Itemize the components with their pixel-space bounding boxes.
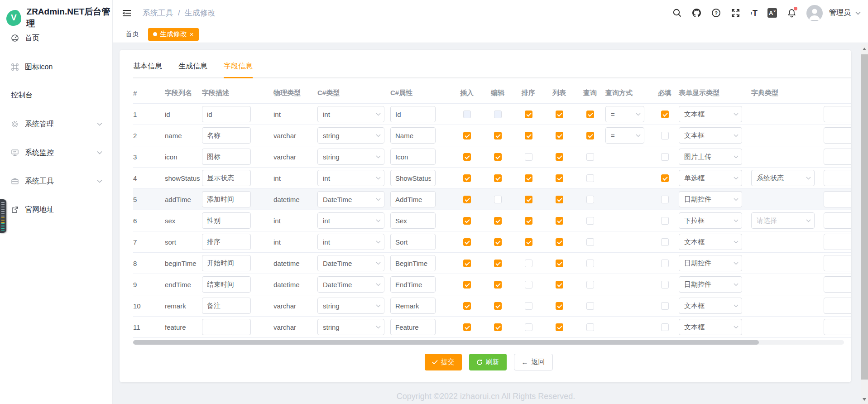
checkbox-sort[interactable] bbox=[525, 111, 532, 118]
cs-property-input[interactable] bbox=[390, 298, 436, 314]
checkbox-edit[interactable] bbox=[494, 323, 502, 331]
cs-type-select[interactable]: int bbox=[317, 170, 384, 186]
checkbox-required[interactable] bbox=[661, 111, 669, 118]
cs-property-input[interactable] bbox=[390, 106, 436, 122]
horizontal-scrollbar-thumb[interactable] bbox=[133, 340, 759, 345]
cs-type-select[interactable]: int bbox=[317, 212, 384, 229]
sidebar-item-system-management[interactable]: 系统管理 bbox=[0, 115, 112, 133]
display-type-select[interactable]: 文本框 bbox=[679, 127, 742, 144]
tab-home[interactable]: 首页 bbox=[125, 30, 139, 38]
checkbox-sort[interactable] bbox=[525, 196, 532, 203]
checkbox-edit[interactable] bbox=[494, 238, 502, 246]
checkbox-sort[interactable] bbox=[525, 238, 532, 246]
checkbox-insert[interactable] bbox=[463, 111, 471, 118]
checkbox-required[interactable] bbox=[661, 217, 669, 225]
checkbox-list[interactable] bbox=[556, 196, 563, 203]
checkbox-list[interactable] bbox=[556, 153, 563, 161]
close-tab-icon[interactable]: × bbox=[190, 31, 194, 38]
column-desc-input[interactable] bbox=[202, 255, 251, 271]
extra-input[interactable] bbox=[824, 106, 851, 122]
checkbox-required[interactable] bbox=[661, 302, 669, 310]
dict-type-select[interactable]: 系统状态 bbox=[751, 170, 815, 186]
breadcrumb-parent[interactable]: 系统工具 bbox=[143, 8, 173, 18]
checkbox-edit[interactable] bbox=[494, 111, 502, 118]
checkbox-required[interactable] bbox=[661, 238, 669, 246]
extra-input[interactable] bbox=[824, 298, 851, 314]
checkbox-sort[interactable] bbox=[525, 174, 532, 182]
column-desc-input[interactable] bbox=[202, 127, 251, 144]
checkbox-query[interactable] bbox=[586, 302, 594, 310]
checkbox-required[interactable] bbox=[661, 153, 669, 161]
checkbox-insert[interactable] bbox=[463, 132, 471, 139]
checkbox-insert[interactable] bbox=[463, 217, 471, 225]
sidebar-item-icons[interactable]: 图标icon bbox=[0, 58, 112, 76]
cs-type-select[interactable]: DateTime bbox=[317, 276, 384, 293]
tab-generate-info[interactable]: 生成信息 bbox=[178, 62, 207, 77]
checkbox-list[interactable] bbox=[556, 217, 563, 225]
sidebar-item-console[interactable]: 控制台 bbox=[0, 86, 112, 104]
vertical-scrollbar[interactable] bbox=[861, 44, 868, 404]
checkbox-insert[interactable] bbox=[463, 260, 471, 267]
checkbox-list[interactable] bbox=[556, 260, 563, 267]
checkbox-edit[interactable] bbox=[494, 153, 502, 161]
checkbox-query[interactable] bbox=[586, 281, 594, 289]
back-button[interactable]: ← 返回 bbox=[514, 354, 553, 370]
checkbox-edit[interactable] bbox=[494, 260, 502, 267]
checkbox-sort[interactable] bbox=[525, 302, 532, 310]
font-size-icon[interactable]: тT bbox=[750, 9, 758, 17]
checkbox-list[interactable] bbox=[556, 238, 563, 246]
checkbox-insert[interactable] bbox=[463, 281, 471, 289]
cs-property-input[interactable] bbox=[390, 319, 436, 335]
collapse-menu-icon[interactable] bbox=[122, 9, 132, 18]
column-desc-input[interactable] bbox=[202, 149, 251, 165]
cs-type-select[interactable]: string bbox=[317, 319, 384, 335]
bell-icon[interactable] bbox=[787, 8, 796, 18]
cs-property-input[interactable] bbox=[390, 255, 436, 271]
extra-input[interactable] bbox=[824, 191, 851, 207]
column-desc-input[interactable] bbox=[202, 191, 251, 207]
display-type-select[interactable]: 文本框 bbox=[679, 319, 742, 335]
cs-property-input[interactable] bbox=[390, 276, 436, 293]
display-type-select[interactable]: 文本框 bbox=[679, 234, 742, 250]
cs-property-input[interactable] bbox=[390, 127, 436, 144]
extra-input[interactable] bbox=[824, 255, 851, 271]
checkbox-required[interactable] bbox=[661, 281, 669, 289]
display-type-select[interactable]: 日期控件 bbox=[679, 255, 742, 271]
extra-input[interactable] bbox=[824, 170, 851, 186]
display-type-select[interactable]: 日期控件 bbox=[679, 191, 742, 207]
checkbox-list[interactable] bbox=[556, 323, 563, 331]
checkbox-sort[interactable] bbox=[525, 153, 532, 161]
checkbox-query[interactable] bbox=[586, 323, 594, 331]
cs-property-input[interactable] bbox=[390, 212, 436, 229]
checkbox-list[interactable] bbox=[556, 174, 563, 182]
avatar[interactable] bbox=[806, 5, 823, 21]
cs-type-select[interactable]: int bbox=[317, 234, 384, 250]
logo-row[interactable]: V ZRAdmin.NET后台管理 bbox=[0, 0, 112, 29]
column-desc-input[interactable] bbox=[202, 298, 251, 314]
language-icon[interactable]: Ax bbox=[767, 8, 777, 18]
cs-type-select[interactable]: DateTime bbox=[317, 191, 384, 207]
checkbox-insert[interactable] bbox=[463, 302, 471, 310]
vertical-scrollbar-thumb[interactable] bbox=[861, 54, 868, 380]
cs-type-select[interactable]: DateTime bbox=[317, 255, 384, 271]
submit-button[interactable]: 提交 bbox=[425, 354, 462, 370]
extra-input[interactable] bbox=[824, 149, 851, 165]
column-desc-input[interactable] bbox=[202, 276, 251, 293]
checkbox-sort[interactable] bbox=[525, 260, 532, 267]
display-type-select[interactable]: 图片上传 bbox=[679, 149, 742, 165]
tab-basic-info[interactable]: 基本信息 bbox=[133, 62, 162, 77]
cs-property-input[interactable] bbox=[390, 170, 436, 186]
checkbox-query[interactable] bbox=[586, 196, 594, 203]
cs-type-select[interactable]: string bbox=[317, 298, 384, 314]
checkbox-query[interactable] bbox=[586, 174, 594, 182]
checkbox-required[interactable] bbox=[661, 196, 669, 203]
checkbox-required[interactable] bbox=[661, 260, 669, 267]
column-desc-input[interactable] bbox=[202, 319, 251, 335]
fullscreen-icon[interactable] bbox=[731, 8, 740, 18]
sidebar-item-official-site[interactable]: 官网地址 bbox=[0, 201, 112, 219]
extra-input[interactable] bbox=[824, 212, 851, 229]
query-mode-select[interactable]: = bbox=[605, 106, 644, 122]
checkbox-edit[interactable] bbox=[494, 196, 502, 203]
column-desc-input[interactable] bbox=[202, 106, 251, 122]
cs-type-select[interactable]: string bbox=[317, 149, 384, 165]
